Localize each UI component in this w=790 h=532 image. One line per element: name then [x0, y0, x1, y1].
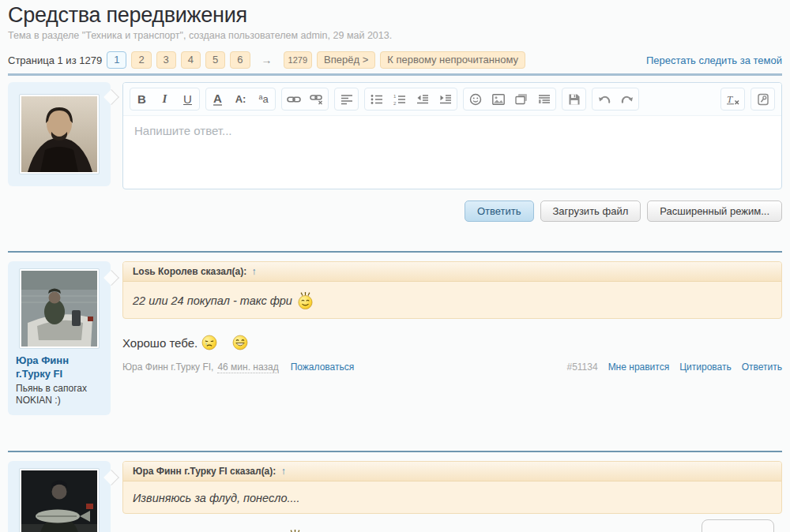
outdent-button[interactable]	[411, 88, 434, 110]
upload-file-button[interactable]: Загрузить файл	[540, 200, 641, 222]
bold-button[interactable]: B	[130, 88, 153, 110]
ulist-button[interactable]	[365, 88, 388, 110]
user-avatar[interactable]	[19, 468, 100, 532]
footer-author-link[interactable]: Юра Финн г.Турку FI,	[122, 362, 213, 373]
quote-jump-arrow[interactable]: ↑	[281, 466, 286, 477]
quote-block: Losь Королев сказал(а): ↑ 22 или 24 поку…	[122, 261, 782, 319]
smilies-icon	[469, 93, 482, 106]
italic-icon: I	[163, 93, 167, 105]
first-unread-button[interactable]: К первому непрочитанному	[380, 51, 525, 69]
remove-formatting-icon: T	[726, 93, 740, 105]
next-page-button[interactable]: Вперёд >	[317, 51, 375, 69]
svg-text:2: 2	[393, 100, 397, 105]
thread-description: Тема в разделе "Техника и транспорт", со…	[8, 30, 782, 41]
bold-icon: B	[137, 93, 146, 105]
save-button[interactable]	[562, 88, 585, 110]
indent-button[interactable]	[434, 88, 457, 110]
reply-placeholder: Напишите ответ...	[134, 124, 232, 137]
quote-header: Losь Королев сказал(а): ↑	[123, 262, 781, 282]
current-user-avatar	[19, 94, 100, 174]
link-icon	[287, 94, 301, 105]
media-button[interactable]	[510, 88, 532, 110]
current-user-avatar-column	[8, 82, 111, 186]
unlink-icon	[310, 93, 324, 105]
quote-link[interactable]: Цитировать	[679, 362, 732, 373]
pages-gap-arrow-icon: →	[261, 54, 273, 66]
size-button[interactable]: A:	[229, 88, 252, 110]
smiley-king-icon	[297, 292, 314, 309]
header-divider	[8, 73, 782, 76]
report-link[interactable]: Пожаловаться	[291, 362, 355, 373]
quote-block: Юра Финн г.Турку FI сказал(а): ↑ Извиняю…	[122, 461, 782, 514]
like-link[interactable]: Мне нравится	[608, 362, 670, 373]
quick-reply-section: BIUAA:aa12T Напишите ответ... Ответить З…	[8, 81, 782, 223]
numbered-list-icon: 12	[393, 94, 406, 105]
user-info-block: Юра Финнг.Турку FI Пьянь в сапогахNOKIAN…	[8, 261, 111, 415]
font-icon: aa	[258, 94, 268, 104]
floating-box	[702, 519, 774, 532]
user-custom-title: Пьянь в сапогахNOKIAN :)	[8, 381, 111, 407]
color-button[interactable]: A	[206, 88, 229, 110]
save-draft-icon	[568, 93, 581, 106]
bbcode-button[interactable]	[751, 88, 774, 110]
media-icon	[515, 93, 528, 105]
user-name-link[interactable]: Юра Финнг.Турку FI	[8, 349, 111, 381]
editor-toolbar: BIUAA:aa12T	[123, 83, 781, 116]
smiley-cry-icon	[201, 335, 217, 350]
page-button-5[interactable]: 5	[205, 51, 225, 69]
reply-link[interactable]: Ответить	[742, 362, 782, 373]
post-footer: Юра Финн г.Турку FI, 46 мин. назад Пожал…	[122, 362, 782, 373]
underline-icon: U	[183, 93, 192, 105]
underline-button[interactable]: U	[176, 88, 199, 110]
link-button[interactable]	[282, 88, 305, 110]
reply-button[interactable]: Ответить	[465, 200, 534, 222]
italic-button[interactable]: I	[153, 88, 176, 110]
font-button[interactable]: aa	[252, 88, 275, 110]
image-button[interactable]	[487, 88, 510, 110]
quote-jump-arrow[interactable]: ↑	[252, 266, 257, 277]
page-button-4[interactable]: 4	[181, 51, 201, 69]
align-button[interactable]	[335, 88, 358, 110]
page-button-3[interactable]: 3	[156, 51, 176, 69]
quote-author: Юра Финн г.Турку FI сказал(а):	[133, 466, 276, 477]
user-info-block	[8, 461, 111, 532]
editor-buttons-row: Ответить Загрузить файл Расширенный режи…	[122, 200, 782, 222]
undo-button[interactable]	[592, 88, 615, 110]
last-page-button[interactable]: 1279	[284, 51, 312, 69]
post-51134: Юра Финнг.Турку FI Пьянь в сапогахNOKIAN…	[8, 253, 782, 451]
reply-editor: BIUAA:aa12T Напишите ответ...	[122, 82, 782, 189]
page-button-2[interactable]: 2	[131, 51, 151, 69]
outdent-icon	[416, 94, 429, 105]
advanced-mode-button[interactable]: Расширенный режим...	[647, 200, 782, 222]
quote-text: 22 или 24 покупал - такс фри	[123, 282, 781, 318]
olist-button[interactable]: 12	[388, 88, 411, 110]
svg-text:T: T	[727, 93, 733, 105]
removeformat-button[interactable]: T	[721, 88, 744, 110]
color-icon: A	[213, 92, 222, 106]
indent-icon	[439, 94, 452, 105]
unlink-button[interactable]	[305, 88, 328, 110]
align-left-icon	[340, 94, 353, 105]
quote-text: Извиняюсь за флуд, понесло....	[123, 481, 781, 513]
page-title: Средства передвижения	[8, 3, 782, 28]
smiley-grin-icon	[232, 335, 248, 350]
user-avatar[interactable]	[19, 268, 100, 349]
quote-button[interactable]	[532, 88, 555, 110]
post-author-column: Юра Финнг.Турку FI Пьянь в сапогахNOKIAN…	[8, 261, 111, 415]
quote-author: Losь Королев сказал(а):	[133, 266, 246, 277]
post-time-link[interactable]: 46 мин. назад	[217, 362, 278, 373]
smilies-button[interactable]	[464, 88, 487, 110]
page-button-6[interactable]: 6	[230, 51, 250, 69]
post-number-link[interactable]: #51134	[566, 362, 597, 373]
post-content: Losь Королев сказал(а): ↑ 22 или 24 поку…	[122, 261, 782, 373]
page-button-1[interactable]: 1	[107, 51, 126, 69]
redo-button[interactable]	[615, 88, 638, 110]
post-message: Хорошо тебе.	[122, 335, 782, 350]
page-counter: Страница 1 из 1279	[8, 54, 102, 66]
unfollow-thread-link[interactable]: Перестать следить за темой	[646, 54, 782, 66]
bullet-list-icon	[371, 94, 383, 105]
quote-header: Юра Финн г.Турку FI сказал(а): ↑	[123, 462, 781, 481]
insert-quote-icon	[538, 94, 551, 105]
bbcode-editor-icon	[757, 93, 769, 106]
reply-input[interactable]: Напишите ответ...	[123, 116, 781, 189]
